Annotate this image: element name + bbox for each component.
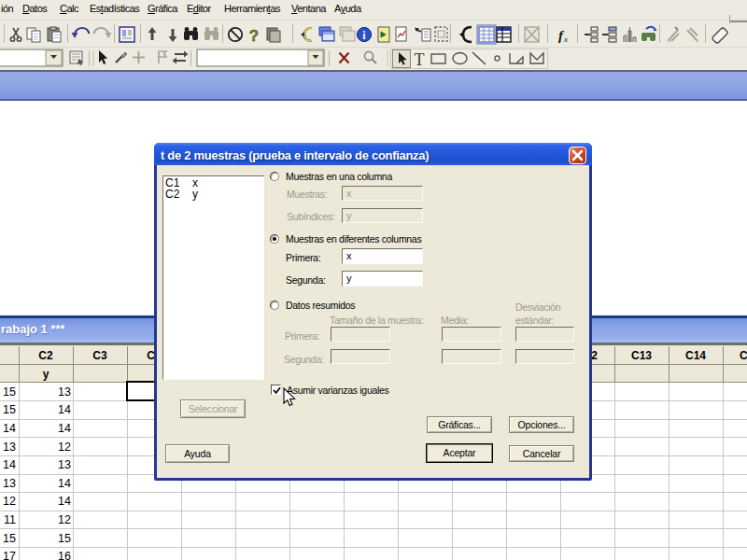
svg-text:T: T [415, 50, 425, 69]
svg-text:x: x [563, 35, 568, 44]
svg-text:?: ? [249, 27, 259, 45]
